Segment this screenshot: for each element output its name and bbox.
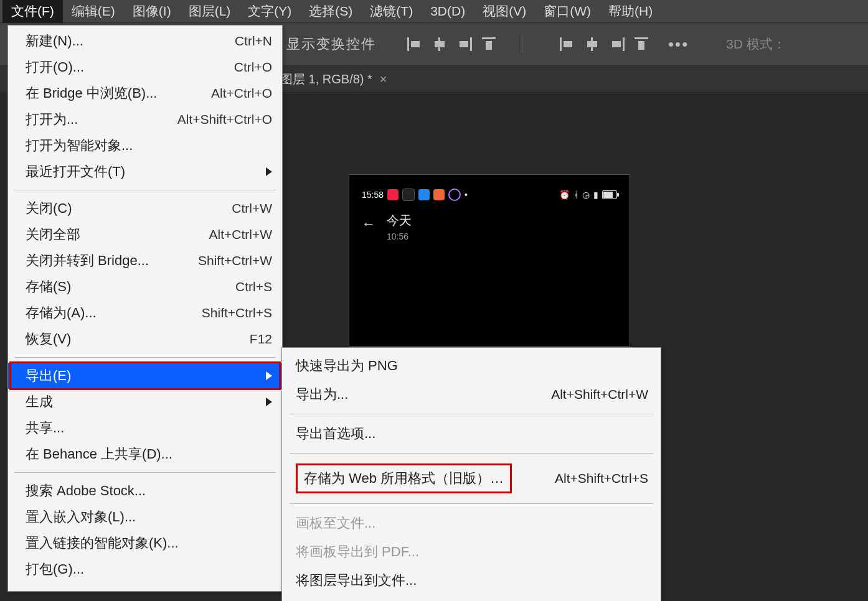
submenu-item[interactable]: 存储为 Web 所用格式（旧版）…Alt+Shift+Ctrl+S	[282, 459, 661, 498]
submenu-shortcut: Alt+Shift+Ctrl+W	[551, 387, 648, 402]
menu-item[interactable]: 导出(E)	[8, 363, 282, 389]
app-icon	[387, 189, 399, 200]
menu-separator	[290, 503, 653, 504]
menu-item[interactable]: 生成	[8, 389, 282, 415]
menu-shortcut: Ctrl+O	[234, 60, 272, 75]
submenu-item: 将画板导出到 PDF...	[282, 538, 661, 566]
menu-item[interactable]: 共享...	[8, 415, 282, 441]
submenu-item[interactable]: 导出为...Alt+Shift+Ctrl+W	[282, 380, 661, 409]
menu-shortcut: Alt+Ctrl+W	[209, 227, 272, 242]
menu-3d[interactable]: 3D(D)	[422, 1, 474, 22]
menu-item-label: 关闭(C)	[26, 199, 72, 218]
3d-mode-label: 3D 模式：	[726, 35, 786, 53]
menu-item-label: 导出(E)	[26, 366, 71, 385]
menu-layer[interactable]: 图层(L)	[180, 0, 240, 23]
menu-item[interactable]: 打开为智能对象...	[8, 133, 282, 159]
menu-item[interactable]: 搜索 Adobe Stock...	[8, 478, 282, 504]
menu-shortcut: Shift+Ctrl+W	[198, 253, 272, 268]
submenu-item-label: 画板至文件...	[296, 514, 375, 533]
menu-shortcut: Alt+Shift+Ctrl+O	[177, 112, 272, 127]
distribute-top-icon[interactable]	[634, 37, 649, 51]
menu-item[interactable]: 打开为...Alt+Shift+Ctrl+O	[8, 106, 282, 133]
submenu-arrow-icon	[266, 394, 272, 410]
today-time: 10:56	[387, 231, 412, 241]
menu-item-label: 新建(N)...	[26, 32, 83, 50]
phone-body: ← 今天 10:56	[362, 212, 412, 241]
menu-item[interactable]: 置入链接的智能对象(K)...	[8, 530, 282, 556]
menu-help[interactable]: 帮助(H)	[600, 0, 661, 23]
menu-item-label: 置入嵌入对象(L)...	[26, 508, 136, 526]
menu-item-label: 打开为...	[26, 110, 78, 129]
menu-item-label: 打开为智能对象...	[26, 136, 133, 155]
today-label: 今天	[387, 212, 412, 229]
menu-item[interactable]: 打包(G)...	[8, 556, 282, 582]
submenu-item-label: 将图层导出到文件...	[296, 571, 417, 590]
menu-item[interactable]: 在 Bridge 中浏览(B)...Alt+Ctrl+O	[8, 80, 282, 106]
menu-item[interactable]: 关闭(C)Ctrl+W	[8, 195, 282, 221]
close-tab-icon[interactable]: ×	[380, 72, 387, 86]
menu-type[interactable]: 文字(Y)	[239, 0, 300, 23]
submenu-arrow-icon	[266, 164, 272, 180]
align-right-icon[interactable]	[457, 37, 472, 51]
menu-separator	[290, 414, 653, 414]
menu-item-label: 搜索 Adobe Stock...	[26, 482, 146, 500]
align-hcenter-icon[interactable]	[432, 37, 447, 51]
phone-status-bar: 15:58 • ⏰ ᚼ ◶ ▮	[349, 189, 630, 201]
submenu-item-label: 存储为 Web 所用格式（旧版）…	[296, 464, 512, 493]
app-icon	[402, 189, 415, 201]
canvas-image[interactable]: 15:58 • ⏰ ᚼ ◶ ▮ ← 今天 10:56	[349, 174, 630, 347]
menu-item-label: 在 Bridge 中浏览(B)...	[26, 84, 157, 103]
align-left-icon[interactable]	[407, 37, 422, 51]
submenu-item-label: 导出首选项...	[296, 424, 375, 443]
menu-filter[interactable]: 滤镜(T)	[361, 0, 422, 23]
bluetooth-icon: ᚼ	[573, 190, 578, 200]
transform-controls-label[interactable]: 显示变换控件	[286, 35, 376, 54]
menu-item-label: 存储为(A)...	[26, 304, 97, 322]
menu-item[interactable]: 存储(S)Ctrl+S	[8, 274, 282, 300]
menu-edit[interactable]: 编辑(E)	[63, 0, 124, 23]
menu-window[interactable]: 窗口(W)	[535, 0, 600, 23]
menu-view[interactable]: 视图(V)	[474, 0, 535, 23]
submenu-item[interactable]: 将图层导出到文件...	[282, 566, 661, 595]
menu-file[interactable]: 文件(F)	[2, 0, 63, 23]
menu-item[interactable]: 在 Behance 上共享(D)...	[8, 441, 282, 467]
menu-item[interactable]: 存储为(A)...Shift+Ctrl+S	[8, 300, 282, 326]
wifi-icon: ◶	[582, 190, 590, 200]
menu-shortcut: Shift+Ctrl+S	[202, 305, 272, 320]
status-time: 15:58	[362, 190, 384, 200]
menu-item[interactable]: 打开(O)...Ctrl+O	[8, 54, 282, 80]
submenu-item: 画板至文件...	[282, 509, 661, 538]
app-icon	[418, 189, 430, 200]
submenu-item[interactable]: 快速导出为 PNG	[282, 352, 661, 380]
distribute-right-icon[interactable]	[610, 37, 625, 51]
submenu-shortcut: Alt+Shift+Ctrl+S	[555, 471, 648, 486]
menu-shortcut: Ctrl+N	[235, 34, 272, 49]
submenu-item-label: 将画板导出到 PDF...	[296, 543, 419, 561]
more-options-icon[interactable]: •••	[668, 35, 689, 54]
submenu-arrow-icon	[266, 368, 272, 384]
menu-item[interactable]: 恢复(V)F12	[8, 326, 282, 352]
align-top-icon[interactable]	[482, 37, 497, 51]
align-group-1	[407, 37, 497, 51]
distribute-hcenter-icon[interactable]	[585, 37, 600, 51]
menu-item-label: 关闭并转到 Bridge...	[26, 251, 149, 270]
menu-item[interactable]: 最近打开文件(T)	[8, 159, 282, 185]
distribute-left-icon[interactable]	[560, 37, 575, 51]
menu-shortcut: Alt+Ctrl+O	[211, 86, 272, 101]
dot-icon: •	[465, 190, 468, 200]
export-submenu: 快速导出为 PNG导出为...Alt+Shift+Ctrl+W导出首选项...存…	[281, 347, 661, 601]
menu-item-label: 共享...	[26, 419, 64, 437]
menu-item-label: 恢复(V)	[26, 330, 71, 348]
menu-item[interactable]: 置入嵌入对象(L)...	[8, 504, 282, 530]
menu-separator	[290, 453, 653, 454]
menu-image[interactable]: 图像(I)	[124, 0, 180, 23]
menu-item[interactable]: 关闭全部Alt+Ctrl+W	[8, 221, 282, 248]
menu-item[interactable]: 关闭并转到 Bridge...Shift+Ctrl+W	[8, 248, 282, 274]
menu-select[interactable]: 选择(S)	[300, 0, 361, 23]
menu-item-label: 打包(G)...	[26, 560, 84, 579]
app-icon	[433, 189, 445, 200]
menu-item[interactable]: 新建(N)...Ctrl+N	[8, 28, 282, 54]
document-tab-title[interactable]: 图层 1, RGB/8) *	[280, 71, 372, 88]
menu-item-label: 关闭全部	[26, 225, 80, 244]
submenu-item[interactable]: 导出首选项...	[282, 419, 661, 448]
